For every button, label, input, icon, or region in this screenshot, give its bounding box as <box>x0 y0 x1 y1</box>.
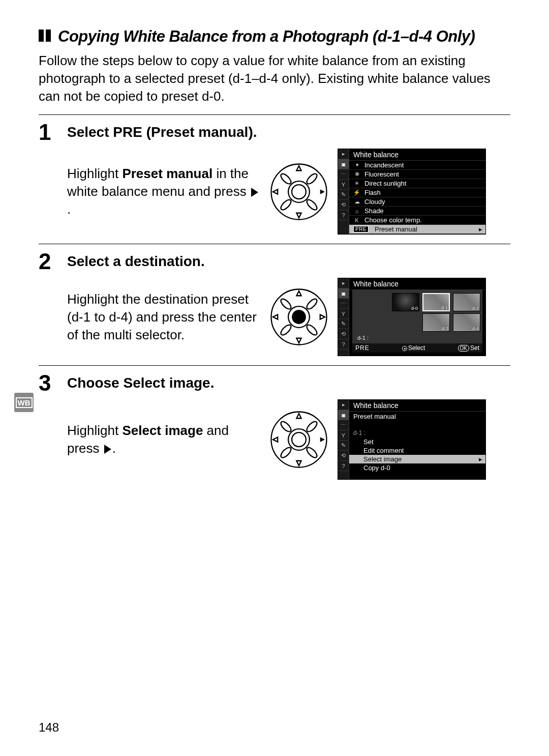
lcd-sidebar-icon: Y <box>338 309 349 319</box>
lcd-sidebar-icon: ▸ <box>338 278 349 288</box>
lcd-sidebar: ▸◙⋯Y✎⟲? <box>338 278 349 356</box>
wb-mode-icon: K <box>353 217 360 223</box>
lcd-menu-label: Incandescent <box>364 161 404 169</box>
lcd-sidebar-icon: ⋯ <box>338 420 349 430</box>
lcd-submenu-item: Edit comment <box>349 446 485 455</box>
lcd-sidebar-icon: ◙ <box>338 159 349 169</box>
lcd-sidebar-icon: Y <box>338 180 349 190</box>
lcd-menu-item: ✦Incandescent <box>349 161 485 170</box>
svg-point-8 <box>305 172 318 185</box>
svg-marker-26 <box>296 461 301 466</box>
lcd-sidebar-icon: ? <box>338 461 349 471</box>
svg-point-18 <box>279 298 292 311</box>
step-1: 1 Select PRE (Preset manual). Highlight … <box>39 114 510 235</box>
wb-mode-icon: ❋ <box>353 171 360 178</box>
lcd-sidebar-icon: ⟲ <box>338 200 349 210</box>
lcd-screen-preset-grid: ▸◙⋯Y✎⟲? White balance d-0d-1d-2 d-3d-4 d… <box>338 278 486 356</box>
right-arrow-icon <box>104 445 111 454</box>
lcd-menu-item: PREPreset manual <box>349 225 485 234</box>
svg-point-31 <box>279 446 292 459</box>
lcd-subtitle: Preset manual <box>349 412 485 421</box>
wb-side-tab-icon: WB <box>14 393 34 412</box>
svg-marker-3 <box>296 166 301 170</box>
step-number: 1 <box>39 120 63 235</box>
wb-mode-icon: ☁ <box>353 198 360 205</box>
lcd-sidebar-icon: ◙ <box>338 410 349 420</box>
svg-point-22 <box>271 412 326 468</box>
svg-marker-4 <box>296 213 301 218</box>
lcd-preset-label: d-1 : <box>349 428 485 438</box>
svg-point-7 <box>279 172 292 185</box>
step-title: Select PRE (Preset manual). <box>67 124 510 140</box>
lcd-sidebar-icon: ? <box>338 210 349 220</box>
step-number: 3 <box>39 371 63 480</box>
lcd-menu-label: Preset manual <box>375 225 417 233</box>
svg-marker-5 <box>273 189 278 194</box>
lcd-sidebar-icon: ✎ <box>338 319 349 329</box>
svg-point-2 <box>292 185 306 199</box>
svg-point-30 <box>305 420 318 433</box>
lcd-sidebar-icon: Y <box>338 430 349 441</box>
heading-decoration-bars <box>39 30 51 42</box>
svg-marker-14 <box>296 291 301 296</box>
lcd-sidebar-icon: ✎ <box>338 441 349 451</box>
lcd-submenu-item: Set <box>349 438 485 446</box>
right-arrow-icon <box>251 188 258 197</box>
page-number: 148 <box>39 720 59 735</box>
lcd-menu-item: ❋Fluorescent <box>349 170 485 179</box>
lcd-menu-item: ⚡Flash <box>349 188 485 197</box>
wb-mode-icon: ☀ <box>353 180 360 187</box>
step-number: 2 <box>39 249 63 356</box>
step-text: Highlight the destination preset (d-1 to… <box>67 290 260 344</box>
lcd-title: White balance <box>349 149 485 161</box>
multi-selector-icon <box>269 410 328 469</box>
lcd-title: White balance <box>349 400 485 412</box>
lcd-menu-item: ☀Direct sunlight <box>349 179 485 188</box>
wb-mode-icon: ⚡ <box>353 189 360 196</box>
intro-paragraph: Follow the steps below to copy a value f… <box>39 52 510 105</box>
preset-thumbnail: d-1 <box>422 293 450 311</box>
svg-point-0 <box>271 164 326 219</box>
svg-point-21 <box>305 324 318 337</box>
lcd-menu-label: Flash <box>364 189 381 196</box>
lcd-sidebar-icon: ✎ <box>338 190 349 200</box>
preset-status: d-1 : <box>354 334 480 342</box>
svg-marker-15 <box>296 338 301 343</box>
lcd-menu-label: Direct sunlight <box>364 180 406 187</box>
preset-thumbnail: d-3 <box>422 313 450 332</box>
step-text: Highlight Select image and press . <box>67 422 260 457</box>
wb-mode-icon: ⌂ <box>353 208 360 214</box>
svg-point-32 <box>305 446 318 459</box>
step-title: Select a destination. <box>67 253 510 270</box>
pre-icon: PRE <box>353 226 369 232</box>
heading-title: Copying White Balance from a Photograph … <box>58 27 475 46</box>
lcd-menu-item: KChoose color temp. <box>349 216 485 225</box>
multi-selector-icon <box>269 287 328 346</box>
svg-marker-28 <box>320 438 325 442</box>
lcd-sidebar-icon: ▸ <box>338 400 349 410</box>
preset-thumbnail: d-4 <box>453 313 480 332</box>
preset-thumbnail: d-0 <box>392 293 419 311</box>
svg-point-13 <box>292 310 306 324</box>
lcd-menu-item: ⌂Shade <box>349 207 485 216</box>
lcd-sidebar-icon: ? <box>338 339 349 350</box>
svg-marker-27 <box>273 438 278 442</box>
section-heading: Copying White Balance from a Photograph … <box>39 27 510 46</box>
lcd-sidebar-icon: ⟲ <box>338 451 349 461</box>
lcd-footer: PRE Select OKSet <box>352 343 482 353</box>
step-3: 3 Choose Select image. Highlight Select … <box>39 365 510 480</box>
lcd-menu-label: Choose color temp. <box>364 216 422 224</box>
lcd-sidebar-icon: ◙ <box>338 288 349 299</box>
lcd-sidebar: ▸◙⋯Y✎⟲? <box>338 400 349 479</box>
preset-thumbnail: d-2 <box>453 293 480 311</box>
lcd-submenu-item: Select image <box>349 455 485 463</box>
step-text: Highlight Preset manual in the white bal… <box>67 165 260 218</box>
step-2: 2 Select a destination. Highlight the de… <box>39 244 510 356</box>
svg-marker-17 <box>320 315 325 319</box>
lcd-screen-preset-submenu: ▸◙⋯Y✎⟲? White balance Preset manual d-1 … <box>338 399 486 480</box>
lcd-menu-label: Fluorescent <box>364 170 399 178</box>
svg-point-19 <box>305 298 318 311</box>
svg-marker-25 <box>296 414 301 418</box>
lcd-menu-item: ☁Cloudy <box>349 197 485 207</box>
lcd-sidebar-icon: ⋯ <box>338 169 349 180</box>
